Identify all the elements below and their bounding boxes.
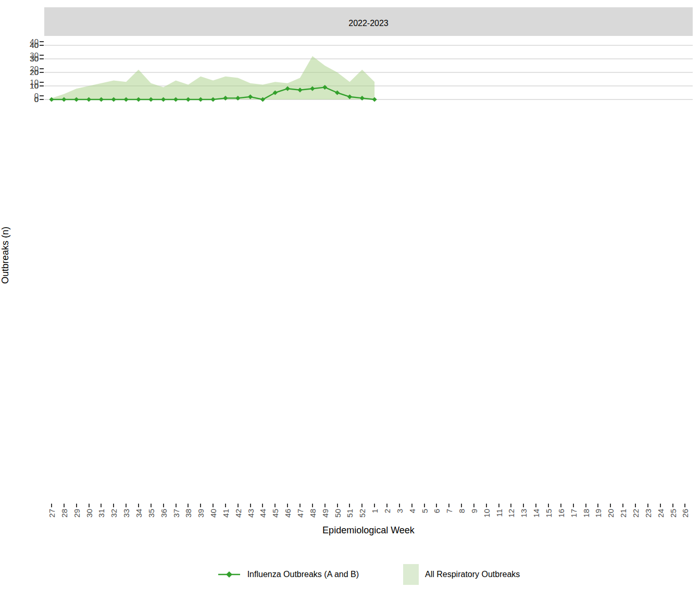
x-tick-mark bbox=[126, 504, 127, 507]
x-tick-label: 50 bbox=[333, 509, 341, 518]
x-tick-label: 12 bbox=[507, 509, 515, 518]
legend-item-influenza: Influenza Outbreaks (A and B) bbox=[217, 569, 359, 580]
x-tick-label: 42 bbox=[234, 509, 242, 518]
x-tick-label: 4 bbox=[408, 509, 416, 513]
x-tick-mark bbox=[312, 504, 313, 507]
x-tick-label: 23 bbox=[644, 509, 652, 518]
x-tick-mark bbox=[176, 504, 177, 507]
x-tick-mark bbox=[399, 504, 400, 507]
x-tick-mark bbox=[573, 504, 574, 507]
x-tick-mark bbox=[672, 504, 673, 507]
x-tick-label: 41 bbox=[221, 509, 229, 518]
x-tick-mark bbox=[324, 504, 326, 507]
x-tick-mark bbox=[498, 504, 499, 507]
x-tick-mark bbox=[535, 504, 536, 507]
x-tick-label: 32 bbox=[110, 509, 118, 518]
x-tick-label: 30 bbox=[85, 509, 93, 518]
faceted-outbreaks-chart: 0102030402018-20190102030402019-20200102… bbox=[0, 0, 700, 600]
x-tick-mark bbox=[597, 504, 598, 507]
x-tick-mark bbox=[448, 504, 449, 507]
x-tick-label: 22 bbox=[631, 509, 639, 518]
x-tick-label: 21 bbox=[619, 509, 627, 518]
x-tick-label: 37 bbox=[172, 509, 180, 518]
x-tick-label: 11 bbox=[495, 509, 503, 517]
x-tick-label: 49 bbox=[321, 509, 329, 518]
x-tick-mark bbox=[349, 504, 350, 507]
x-axis-title: Epidemiological Week bbox=[44, 525, 693, 536]
y-tick-label: 10 bbox=[21, 81, 39, 91]
facet-strip-label: 2022-2023 bbox=[348, 19, 389, 28]
x-tick-mark bbox=[262, 504, 263, 507]
x-tick-mark bbox=[622, 504, 623, 507]
x-axis: 2728293031323334353637383940414243444546… bbox=[0, 504, 700, 527]
x-tick-label: 14 bbox=[532, 509, 540, 518]
x-tick-label: 8 bbox=[458, 509, 466, 513]
y-tick-mark bbox=[40, 45, 44, 46]
x-tick-label: 3 bbox=[395, 509, 403, 513]
y-tick-mark bbox=[40, 85, 44, 86]
x-tick-mark bbox=[225, 504, 226, 507]
x-tick-label: 44 bbox=[259, 509, 267, 518]
x-tick-label: 5 bbox=[420, 509, 428, 513]
x-tick-label: 15 bbox=[545, 509, 553, 518]
x-tick-label: 1 bbox=[371, 509, 379, 513]
y-tick-mark bbox=[40, 99, 44, 100]
x-tick-label: 16 bbox=[557, 509, 565, 518]
x-tick-mark bbox=[337, 504, 338, 507]
x-tick-mark bbox=[684, 504, 685, 507]
x-tick-mark bbox=[151, 504, 152, 507]
legend: Influenza Outbreaks (A and B) All Respir… bbox=[44, 560, 693, 589]
x-tick-label: 48 bbox=[308, 509, 316, 518]
area-swatch-icon bbox=[403, 564, 419, 585]
legend-label-respiratory: All Respiratory Outbreaks bbox=[425, 570, 520, 579]
x-tick-mark bbox=[101, 504, 102, 507]
x-tick-mark bbox=[585, 504, 586, 507]
x-tick-mark bbox=[51, 504, 52, 507]
x-tick-mark bbox=[411, 504, 413, 507]
x-tick-label: 2 bbox=[383, 509, 391, 513]
x-tick-mark bbox=[374, 504, 375, 507]
y-tick-mark bbox=[40, 72, 44, 73]
x-tick-mark bbox=[560, 504, 561, 507]
x-tick-label: 7 bbox=[445, 509, 453, 513]
x-tick-label: 26 bbox=[681, 509, 689, 518]
x-tick-mark bbox=[361, 504, 362, 507]
x-tick-mark bbox=[647, 504, 648, 507]
x-tick-label: 28 bbox=[60, 509, 68, 518]
x-tick-mark bbox=[299, 504, 301, 507]
x-tick-mark bbox=[523, 504, 524, 507]
x-tick-mark bbox=[188, 504, 189, 507]
y-axis-title: Outbreaks (n) bbox=[1, 227, 10, 284]
legend-key-diamond bbox=[226, 571, 232, 578]
x-tick-mark bbox=[461, 504, 462, 507]
x-tick-mark bbox=[660, 504, 661, 507]
legend-item-respiratory: All Respiratory Outbreaks bbox=[403, 564, 520, 585]
x-tick-mark bbox=[213, 504, 214, 507]
x-tick-label: 29 bbox=[72, 509, 80, 518]
x-tick-mark bbox=[64, 504, 65, 507]
x-tick-mark bbox=[287, 504, 288, 507]
x-tick-label: 27 bbox=[48, 509, 56, 518]
x-tick-label: 24 bbox=[656, 509, 664, 518]
x-tick-mark bbox=[510, 504, 511, 507]
x-tick-mark bbox=[386, 504, 388, 507]
x-tick-label: 6 bbox=[433, 509, 441, 513]
x-tick-mark bbox=[163, 504, 164, 507]
line-point-key-icon bbox=[217, 569, 241, 580]
y-tick-label: 30 bbox=[21, 54, 39, 64]
x-tick-label: 46 bbox=[284, 509, 292, 518]
x-tick-label: 51 bbox=[346, 509, 354, 518]
x-tick-label: 25 bbox=[669, 509, 677, 518]
x-tick-label: 35 bbox=[147, 509, 155, 518]
x-tick-mark bbox=[89, 504, 90, 507]
x-tick-mark bbox=[76, 504, 77, 507]
x-tick-label: 9 bbox=[470, 509, 478, 513]
facet-panel: 2022-2023 bbox=[44, 11, 693, 107]
x-tick-label: 40 bbox=[209, 509, 217, 518]
respiratory-area bbox=[52, 56, 374, 99]
x-tick-mark bbox=[200, 504, 201, 507]
facet-plot-svg bbox=[44, 36, 693, 107]
x-tick-mark bbox=[424, 504, 425, 507]
x-tick-mark bbox=[436, 504, 437, 507]
facet-strip: 2022-2023 bbox=[44, 11, 693, 36]
